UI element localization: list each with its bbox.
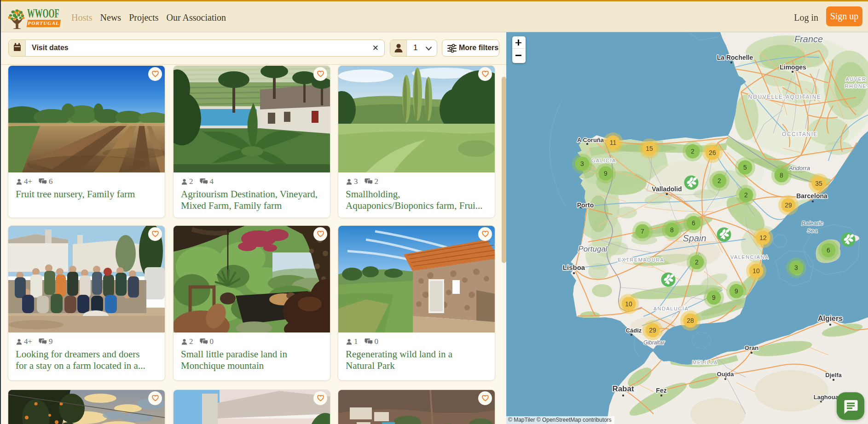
svg-text:Spain: Spain [683, 233, 706, 243]
svg-text:9: 9 [712, 294, 716, 301]
svg-text:35: 35 [815, 180, 822, 187]
svg-text:MELILLA: MELILLA [692, 360, 718, 365]
svg-text:Algiers: Algiers [818, 315, 843, 322]
svg-text:11: 11 [610, 139, 617, 146]
svg-text:6: 6 [692, 219, 695, 227]
svg-text:Limoges: Limoges [780, 63, 806, 71]
svg-text:Gibraltar: Gibraltar [643, 339, 665, 346]
svg-text:Oran: Oran [745, 344, 758, 351]
svg-text:6: 6 [827, 246, 830, 254]
svg-text:EXTREMADURA: EXTREMADURA [618, 257, 665, 263]
svg-text:9: 9 [735, 287, 738, 295]
svg-text:Balearic: Balearic [802, 220, 823, 227]
svg-text:OCCITANIE: OCCITANIE [782, 131, 818, 138]
svg-text:Lisboa: Lisboa [563, 264, 585, 271]
svg-text:9: 9 [604, 170, 608, 177]
svg-text:Sea: Sea [807, 227, 817, 234]
svg-text:A Coruña: A Coruña [577, 137, 604, 143]
svg-text:Barcelona: Barcelona [796, 192, 827, 200]
svg-text:Porto: Porto [577, 201, 594, 209]
svg-text:VALENCIANA: VALENCIANA [730, 254, 769, 260]
svg-text:2: 2 [718, 177, 721, 184]
svg-text:2: 2 [695, 258, 699, 266]
svg-text:NOUVELLE-AQUITAINE: NOUVELLE-AQUITAINE [748, 94, 822, 100]
svg-text:15: 15 [646, 145, 653, 152]
svg-text:2: 2 [691, 148, 694, 155]
svg-text:28: 28 [687, 317, 694, 324]
svg-text:France: France [794, 34, 823, 44]
svg-text:10: 10 [752, 267, 760, 275]
svg-text:AUVER: AUVER [845, 76, 866, 82]
svg-text:26: 26 [709, 149, 716, 156]
svg-text:GALICIA: GALICIA [591, 158, 616, 163]
svg-text:10: 10 [625, 300, 632, 308]
svg-text:12: 12 [759, 234, 767, 241]
svg-text:8: 8 [670, 226, 674, 234]
svg-text:RHÔNE-: RHÔNE- [845, 83, 868, 89]
svg-text:2: 2 [744, 191, 748, 199]
svg-text:Valladolid: Valladolid [652, 185, 682, 193]
svg-text:29: 29 [785, 201, 792, 209]
svg-text:Djelfa: Djelfa [825, 372, 842, 378]
svg-text:Cádiz: Cádiz [626, 327, 642, 334]
svg-text:Portugal: Portugal [578, 245, 608, 253]
svg-text:29: 29 [649, 327, 656, 334]
svg-text:Rabat: Rabat [612, 384, 634, 393]
svg-text:Oujda: Oujda [717, 371, 735, 378]
svg-text:Andorra: Andorra [788, 165, 810, 172]
svg-text:3: 3 [794, 264, 798, 271]
svg-text:5: 5 [743, 164, 747, 171]
svg-text:La Rochelle: La Rochelle [717, 54, 753, 61]
svg-text:Fez: Fez [656, 387, 666, 394]
svg-text:ANDALUCÍA: ANDALUCÍA [654, 306, 689, 311]
svg-text:8: 8 [780, 172, 783, 179]
svg-text:7: 7 [641, 228, 644, 235]
svg-text:3: 3 [580, 160, 584, 167]
